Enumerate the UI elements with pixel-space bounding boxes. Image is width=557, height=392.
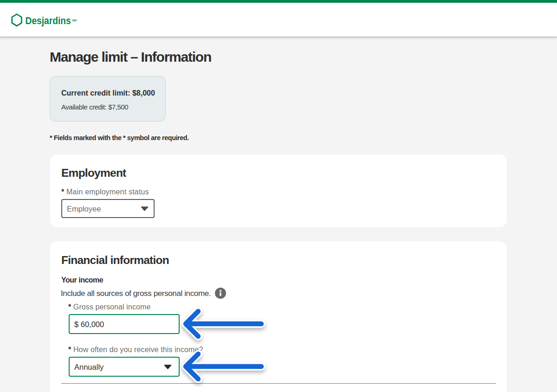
svg-text:MD: MD: [72, 19, 77, 22]
svg-text:Desjardins: Desjardins: [25, 14, 71, 26]
